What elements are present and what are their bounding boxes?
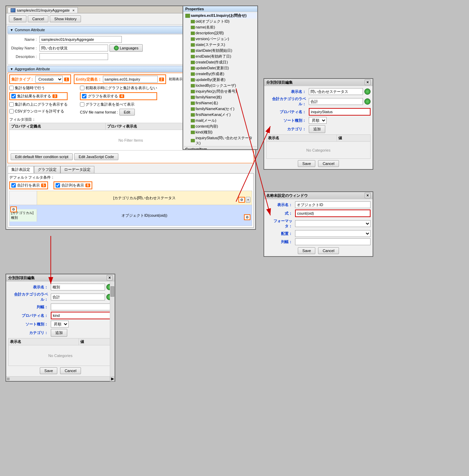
sp1-add-button[interactable]: 追加	[309, 125, 325, 133]
tree-item[interactable]: mail(メール)	[189, 118, 257, 123]
row-edit-btn[interactable]: ⚙	[10, 206, 17, 212]
tree-item[interactable]: inquiryStatus(問い合わせステータス)	[189, 135, 257, 146]
edit-javascript-button[interactable]: Edit JavaScript Code	[74, 153, 118, 160]
sp1-property-name-input[interactable]	[309, 108, 371, 116]
main-tab[interactable]: samples/ec01/inquiryAggregate ×	[8, 7, 78, 13]
bd-cancel-button[interactable]: Cancel	[60, 367, 81, 374]
tree-item[interactable]: content(内容)	[189, 123, 257, 129]
tree-item[interactable]: name(名前)	[189, 24, 257, 30]
sp1-agg-globe-icon[interactable]	[364, 98, 371, 105]
tree-item-icon	[191, 96, 195, 99]
cb1-checkbox[interactable]	[9, 86, 14, 90]
sub-panel-unnamed-close[interactable]: ×	[365, 193, 371, 198]
tree-item-icon	[191, 72, 195, 76]
bd-col-width-input[interactable]	[51, 304, 113, 310]
cb5-checkbox[interactable]	[80, 86, 84, 90]
tree-item[interactable]: startDate(有効開始日)	[189, 48, 257, 53]
description-input[interactable]	[39, 53, 108, 60]
tree-item[interactable]: inquiryNo(お問合せ番号)	[189, 88, 257, 94]
bd-category-label: カテゴリ：	[8, 330, 49, 335]
sp1-save-button[interactable]: Save	[298, 160, 315, 167]
bd-scrollbar-thumb[interactable]	[110, 286, 114, 297]
cancel-button[interactable]: Cancel	[28, 15, 48, 22]
csv-edit-button[interactable]: Edit	[119, 109, 135, 116]
save-button[interactable]: Save	[9, 15, 26, 22]
tree-item[interactable]: createBy(作成者)	[189, 71, 257, 77]
sp1-sort-label: ソート種別：	[266, 118, 307, 123]
tree-item[interactable]: firstName(名)	[189, 100, 257, 106]
cb4-checkbox[interactable]	[9, 109, 14, 114]
tab-raw-data[interactable]: ローデータ設定	[60, 166, 94, 173]
edit-default-filter-button[interactable]: Edit default filter condition script	[11, 153, 73, 160]
sp2-cancel-button[interactable]: Cancel	[318, 247, 339, 254]
header-add-btn[interactable]: +	[246, 197, 250, 203]
cb2-checkbox[interactable]	[11, 94, 16, 98]
bottom-dialog-close[interactable]: ×	[107, 275, 113, 281]
show-total-row-checkbox[interactable]	[11, 183, 16, 188]
grid-header-buttons: ⚙ +	[238, 197, 250, 203]
show-history-button[interactable]: Show History	[50, 15, 81, 22]
sp1-sort-select[interactable]: 昇順	[309, 117, 327, 124]
sp1-col-display: 表示名	[267, 135, 337, 142]
display-name-label: Display Name :	[11, 46, 38, 50]
entity-input[interactable]	[103, 76, 158, 83]
bd-add-button[interactable]: 追加	[51, 329, 67, 337]
tree-item-icon	[191, 20, 195, 23]
cb6-checkbox[interactable]	[82, 94, 86, 98]
tree-item[interactable]: version(バージョン)	[189, 36, 257, 42]
sp2-alignment-select[interactable]	[295, 230, 371, 237]
sp2-col-width-input[interactable]	[295, 238, 371, 245]
cb7-checkbox[interactable]	[80, 102, 84, 107]
sp2-formula-input[interactable]	[295, 210, 371, 217]
bd-hscrollbar-thumb[interactable]	[7, 378, 10, 380]
agg-collapse-arrow[interactable]: ▼	[10, 67, 13, 71]
tree-item[interactable]: familyName(姓)	[189, 94, 257, 100]
bd-sort-select[interactable]: 昇順	[51, 321, 69, 328]
sp2-save-button[interactable]: Save	[298, 247, 315, 254]
tree-item[interactable]: kind(種別)	[189, 129, 257, 135]
bd-property-name-input[interactable]	[51, 312, 113, 319]
agg-type-select[interactable]: Crosstab	[35, 76, 63, 83]
bd-scrollbar[interactable]	[110, 282, 115, 376]
display-name-input[interactable]	[39, 45, 108, 51]
bd-save-button[interactable]: Save	[40, 367, 57, 374]
bottom-buttons: Edit default filter condition script Edi…	[9, 152, 252, 162]
cb3-checkbox[interactable]	[9, 102, 14, 107]
tree-item[interactable]: createDate(作成日)	[189, 59, 257, 65]
tree-item[interactable]: state(ステータス)	[189, 42, 257, 48]
collapse-arrow[interactable]: ▼	[10, 28, 13, 32]
bd-hscrollbar-track	[10, 378, 110, 380]
bd-agg-category-input[interactable]	[51, 294, 105, 300]
tab-graph-settings[interactable]: グラフ設定	[34, 166, 60, 173]
sp2-display-name-input[interactable]	[295, 201, 371, 208]
bd-hscrollbar-btn-right[interactable]: ▶	[110, 377, 115, 381]
bd-category-table: 表示名 値 No Categories	[8, 338, 113, 366]
sp2-formatter-select[interactable]	[295, 220, 371, 227]
name-input[interactable]	[39, 36, 122, 43]
tree-item[interactable]: oid(オブジェクトID)	[189, 19, 257, 24]
tab-agg-settings[interactable]: 集計表設定	[8, 166, 34, 173]
bd-hscrollbar[interactable]: ▶	[6, 376, 115, 381]
tree-item-icon	[191, 32, 195, 35]
bottom-dialog-title: 分別別項目編集	[8, 275, 35, 281]
bd-display-name-input[interactable]	[51, 284, 105, 290]
tree-item[interactable]: lockedBy(ロックユーザ)	[189, 83, 257, 88]
sub-panel-inquiry-status-close[interactable]: ×	[365, 80, 371, 85]
sp1-cancel-button[interactable]: Cancel	[318, 160, 339, 167]
tree-item[interactable]: description(説明)	[189, 30, 257, 36]
tab-close[interactable]: ×	[72, 8, 74, 12]
sp1-display-name-input[interactable]	[309, 88, 363, 95]
tree-item[interactable]: firstNameKana(メイ)	[189, 112, 257, 118]
tree-item[interactable]: endDate(有効終了日)	[189, 53, 257, 59]
show-total-col-checkbox[interactable]	[56, 183, 60, 188]
cell-edit-btn[interactable]: ⚙	[244, 214, 250, 220]
tree-root[interactable]: samples.ec01.Inquiry(お問合せ)	[184, 13, 257, 19]
sp1-globe-icon[interactable]	[364, 88, 371, 95]
tree-item-label: updateDate(更新日)	[196, 66, 229, 71]
header-edit-btn[interactable]: ⚙	[238, 197, 245, 203]
sp1-agg-category-input[interactable]	[309, 98, 363, 105]
tree-item[interactable]: familyNameKana(セイ)	[189, 106, 257, 112]
tree-item[interactable]: updateBy(更新者)	[189, 77, 257, 83]
tree-item[interactable]: updateDate(更新日)	[189, 65, 257, 71]
languages-button[interactable]: Languages	[109, 44, 143, 52]
